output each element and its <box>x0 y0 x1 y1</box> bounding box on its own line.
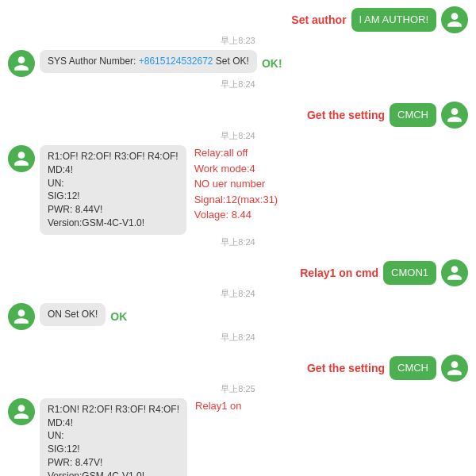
section-set-author: Set author I AM AUTHOR! 早上8:23 SYS Autho… <box>8 6 468 94</box>
response-text-end: Set OK! <box>213 56 249 67</box>
set-author-bubble: I AM AUTHOR! <box>351 8 436 32</box>
set-author-cmd-row: Set author I AM AUTHOR! <box>8 6 468 33</box>
avatar-left-2 <box>8 145 35 172</box>
response-relay-info-2: Relay1 on <box>195 398 242 414</box>
phone-number: +8615124532672 <box>139 56 213 67</box>
set-author-response-row: SYS Author Number: +8615124532672 Set OK… <box>8 50 468 77</box>
response-text-main: SYS Author Number: <box>48 56 139 67</box>
avatar-right-4 <box>441 355 468 382</box>
avatar-right-3 <box>441 259 468 286</box>
get-setting-2-cmd-row: Get the setting CMCH <box>8 355 468 382</box>
get-setting-2-label: Get the setting <box>307 362 385 374</box>
ok-label-2: OK <box>110 310 127 323</box>
avatar-right-2 <box>441 102 468 129</box>
device-bubble-2: R1:ON! R2:OF! R3:OF! R4:OF! MD:4! UN: SI… <box>40 398 187 476</box>
avatar-left-4 <box>8 398 35 425</box>
get-setting-1-response-row: R1:OF! R2:OF! R3:OF! R4:OF! MD:4! UN: SI… <box>8 145 468 235</box>
timestamp-4: 早上8:24 <box>8 236 468 248</box>
response-relay-info-1: Relay:all off Work mode:4 NO uer number … <box>194 145 278 223</box>
timestamp-7: 早上8:25 <box>8 383 468 395</box>
relay1-label: Relay1 on cmd <box>300 267 378 279</box>
relay1-response-bubble: ON Set OK! <box>40 303 106 326</box>
set-author-response-bubble: SYS Author Number: +8615124532672 Set OK… <box>40 50 257 73</box>
get-setting-1-label: Get the setting <box>307 109 385 121</box>
get-setting-1-bubble: CMCH <box>390 103 436 127</box>
get-setting-1-cmd-row: Get the setting CMCH <box>8 102 468 129</box>
relay1-cmd-row: Relay1 on cmd CMON1 <box>8 259 468 286</box>
section-get-setting-2: Get the setting CMCH 早上8:25 R1:ON! R2:OF… <box>8 355 468 476</box>
set-author-response-col: SYS Author Number: +8615124532672 Set OK… <box>40 50 257 73</box>
ok-label-1: OK! <box>262 57 282 70</box>
timestamp-6: 早上8:24 <box>8 332 468 344</box>
get-setting-2-bubble: CMCH <box>390 356 436 380</box>
relay1-response-row: ON Set OK! OK <box>8 303 468 330</box>
timestamp-2: 早上8:24 <box>8 79 468 90</box>
timestamp-3: 早上8:24 <box>8 130 468 142</box>
avatar-right-1 <box>441 6 468 33</box>
avatar-left-3 <box>8 303 35 330</box>
section-relay1-on: Relay1 on cmd CMON1 早上8:24 ON Set OK! OK… <box>8 259 468 347</box>
device-bubble-1: R1:OF! R2:OF! R3:OF! R4:OF! MD:4! UN: SI… <box>40 145 186 235</box>
section-get-setting-1: Get the setting CMCH 早上8:24 R1:OF! R2:OF… <box>8 102 468 251</box>
get-setting-2-response-row: R1:ON! R2:OF! R3:OF! R4:OF! MD:4! UN: SI… <box>8 398 468 476</box>
chat-container: Set author I AM AUTHOR! 早上8:23 SYS Autho… <box>0 0 476 476</box>
timestamp-5: 早上8:24 <box>8 288 468 300</box>
avatar-left-1 <box>8 50 35 77</box>
relay1-bubble: CMON1 <box>383 261 436 285</box>
set-author-label: Set author <box>291 13 346 26</box>
timestamp-1: 早上8:23 <box>8 35 468 47</box>
